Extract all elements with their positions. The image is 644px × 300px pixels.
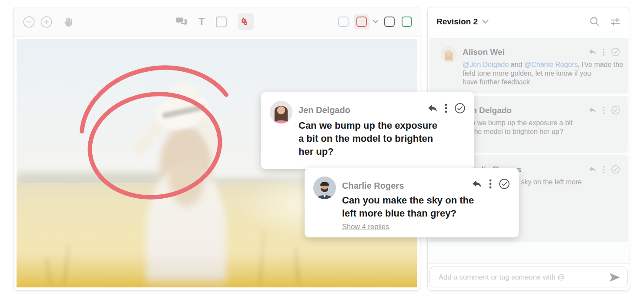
text-tool-button[interactable]: T xyxy=(198,17,205,27)
comment-text: @Jen Delgado and @Charlie Rogers, I've m… xyxy=(463,60,624,87)
blue-swatch-icon xyxy=(338,17,349,27)
kebab-menu-icon xyxy=(603,48,605,56)
comment-popup-jen-delgado[interactable]: Jen Delgado Can we bump up the exposure … xyxy=(261,92,474,169)
avatar-jen-delgado xyxy=(270,101,292,123)
zoom-out-button[interactable] xyxy=(23,16,35,28)
reply-arrow-icon xyxy=(589,49,597,55)
reply-button[interactable] xyxy=(428,104,438,113)
popup-author: Jen Delgado xyxy=(299,105,350,115)
chevron-down-icon xyxy=(373,20,378,23)
filter-button[interactable] xyxy=(610,16,621,27)
check-circle-icon xyxy=(454,103,466,114)
text-tool-label: T xyxy=(198,17,205,27)
more-options-button[interactable] xyxy=(489,179,492,189)
filter-sliders-icon xyxy=(610,16,621,27)
reply-arrow-icon xyxy=(589,166,597,173)
comment-card-alison-wei[interactable]: Alison Wei @Jen Delgado and @Charlie Rog… xyxy=(429,38,628,93)
resolve-button[interactable] xyxy=(454,103,466,114)
resolve-button[interactable] xyxy=(611,165,620,174)
kebab-menu-icon xyxy=(489,179,492,189)
color-swatch-black[interactable] xyxy=(384,17,395,27)
comment-composer xyxy=(428,263,630,290)
plus-circle-icon xyxy=(40,16,52,28)
speech-bubbles-icon xyxy=(175,17,188,27)
kebab-menu-icon xyxy=(603,107,605,114)
color-swatch-red-selected[interactable] xyxy=(354,14,369,30)
search-button[interactable] xyxy=(589,16,600,27)
mention-link[interactable]: @Charlie Rogers xyxy=(524,61,578,68)
canvas-toolbar: T xyxy=(13,7,420,37)
popup-comment-text: Can we bump up the exposure a bit on the… xyxy=(299,119,437,158)
more-options-button[interactable] xyxy=(445,103,447,113)
chevron-down-icon xyxy=(482,20,489,24)
black-swatch-icon xyxy=(384,17,395,27)
comment-input[interactable] xyxy=(429,267,628,287)
check-circle-icon xyxy=(611,165,620,174)
sidebar-header: Revision 2 xyxy=(428,7,630,36)
resolve-button[interactable] xyxy=(499,178,510,190)
minus-circle-icon xyxy=(23,16,35,28)
color-swatch-blue[interactable] xyxy=(338,17,349,27)
reply-arrow-icon xyxy=(472,180,482,188)
mention-link[interactable]: @Jen Delgado xyxy=(463,61,509,68)
kebab-menu-icon xyxy=(603,166,605,173)
check-circle-icon xyxy=(611,106,620,115)
hand-icon xyxy=(62,17,73,27)
zoom-in-button[interactable] xyxy=(40,16,52,28)
resolve-button[interactable] xyxy=(611,106,620,115)
scribble-icon xyxy=(240,16,252,27)
avatar-charlie-rogers xyxy=(313,177,336,199)
hand-tool-button[interactable] xyxy=(62,17,73,27)
color-dropdown-button[interactable] xyxy=(373,20,378,23)
reply-button[interactable] xyxy=(472,180,482,188)
resolve-button[interactable] xyxy=(611,47,620,57)
revision-label: Revision 2 xyxy=(436,17,478,27)
avatar-alison-wei xyxy=(441,47,456,62)
show-replies-link[interactable]: Show 4 replies xyxy=(342,223,389,231)
green-swatch-icon xyxy=(402,17,412,27)
popup-author: Charlie Rogers xyxy=(342,181,404,191)
send-icon xyxy=(609,273,621,282)
more-options-button[interactable] xyxy=(603,166,605,173)
reply-button[interactable] xyxy=(589,107,597,113)
comment-author: Alison Wei xyxy=(463,47,505,57)
revision-selector[interactable]: Revision 2 xyxy=(436,17,489,27)
reply-arrow-icon xyxy=(428,104,438,113)
comment-text: Can we bump up the exposure a bit on the… xyxy=(463,119,624,136)
reply-arrow-icon xyxy=(589,107,597,113)
send-comment-button[interactable] xyxy=(609,273,621,282)
reply-button[interactable] xyxy=(589,49,597,55)
search-icon xyxy=(589,16,600,27)
kebab-menu-icon xyxy=(445,103,447,113)
comment-tool-button[interactable] xyxy=(175,17,188,27)
popup-comment-text: Can you make the sky on the left more bl… xyxy=(342,194,474,220)
more-options-button[interactable] xyxy=(603,107,605,114)
comment-popup-charlie-rogers[interactable]: Charlie Rogers Can you make the sky on t… xyxy=(305,168,519,237)
check-circle-icon xyxy=(499,178,510,190)
shape-tool-button[interactable] xyxy=(216,17,227,27)
more-options-button[interactable] xyxy=(603,48,605,56)
color-swatch-green[interactable] xyxy=(402,17,412,27)
check-circle-icon xyxy=(611,47,620,57)
draw-tool-button[interactable] xyxy=(238,13,254,30)
red-swatch-icon xyxy=(356,17,367,27)
reply-button[interactable] xyxy=(589,166,597,173)
rectangle-icon xyxy=(216,17,227,27)
